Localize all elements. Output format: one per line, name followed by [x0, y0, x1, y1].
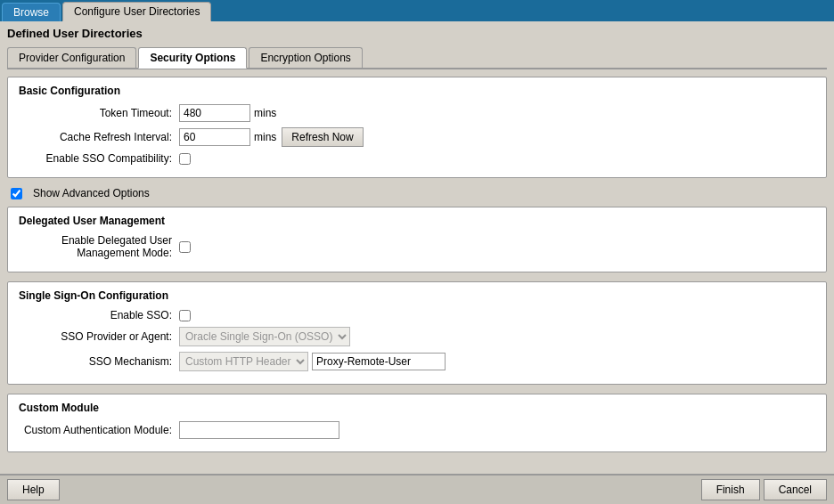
sso-mechanism-row: SSO Mechanism: Custom HTTP Header: [19, 352, 815, 371]
sso-mechanism-label: SSO Mechanism:: [19, 355, 179, 368]
token-timeout-row: Token Timeout: mins: [19, 104, 815, 122]
sso-provider-select[interactable]: Oracle Single Sign-On (OSSO): [179, 327, 350, 346]
custom-auth-module-label: Custom Authentication Module:: [19, 424, 179, 436]
sso-provider-label: SSO Provider or Agent:: [19, 330, 179, 343]
sso-config-title: Single Sign-On Configuration: [19, 289, 815, 302]
sso-compat-label: Enable SSO Compatibility:: [19, 152, 179, 165]
cache-refresh-unit: mins: [254, 131, 276, 143]
custom-module-title: Custom Module: [19, 402, 815, 414]
custom-auth-module-input[interactable]: [179, 421, 339, 439]
inner-tab-bar: Provider Configuration Security Options …: [7, 47, 827, 69]
token-timeout-label: Token Timeout:: [19, 107, 179, 119]
sso-mechanism-value-input[interactable]: [312, 353, 446, 370]
help-button[interactable]: Help: [7, 479, 60, 500]
delegated-title: Delegated User Management: [19, 215, 815, 227]
sso-mechanism-select[interactable]: Custom HTTP Header: [179, 352, 308, 371]
cache-refresh-label: Cache Refresh Interval:: [19, 131, 179, 143]
tab-browse[interactable]: Browse: [2, 3, 61, 21]
advanced-options-row: Show Advanced Options: [11, 187, 827, 199]
sso-compat-checkbox[interactable]: [179, 153, 191, 165]
show-advanced-checkbox[interactable]: [11, 188, 22, 199]
delegated-enable-checkbox[interactable]: [179, 241, 191, 253]
footer-left: Help: [7, 479, 701, 500]
delegated-enable-label: Enable Delegated User Management Mode:: [19, 234, 179, 259]
footer-right: Finish Cancel: [701, 479, 827, 500]
refresh-now-button[interactable]: Refresh Now: [282, 127, 363, 147]
tab-security-options[interactable]: Security Options: [138, 47, 247, 69]
token-timeout-unit: mins: [254, 107, 276, 119]
delegated-enable-row: Enable Delegated User Management Mode:: [19, 234, 815, 259]
enable-sso-row: Enable SSO:: [19, 309, 815, 321]
enable-sso-checkbox[interactable]: [179, 310, 191, 321]
cancel-button[interactable]: Cancel: [764, 479, 827, 500]
custom-module-section: Custom Module Custom Authentication Modu…: [7, 394, 827, 452]
tab-configure[interactable]: Configure User Directories: [62, 2, 211, 21]
cache-refresh-row: Cache Refresh Interval: mins Refresh Now: [19, 127, 815, 147]
footer: Help Finish Cancel: [0, 474, 834, 504]
basic-config-title: Basic Configuration: [19, 85, 815, 97]
finish-button[interactable]: Finish: [701, 479, 760, 500]
show-advanced-label: Show Advanced Options: [33, 187, 150, 199]
delegated-user-management-section: Delegated User Management Enable Delegat…: [7, 207, 827, 272]
basic-configuration-section: Basic Configuration Token Timeout: mins …: [7, 77, 827, 178]
cache-refresh-input[interactable]: [179, 128, 250, 146]
main-area: Defined User Directories Provider Config…: [0, 21, 834, 474]
sso-provider-row: SSO Provider or Agent: Oracle Single Sig…: [19, 327, 815, 346]
enable-sso-label: Enable SSO:: [19, 309, 179, 321]
token-timeout-input[interactable]: [179, 104, 250, 122]
tab-encryption-options[interactable]: Encryption Options: [249, 47, 362, 68]
custom-auth-module-row: Custom Authentication Module:: [19, 421, 815, 439]
sso-compat-row: Enable SSO Compatibility:: [19, 152, 815, 165]
tab-bar: Browse Configure User Directories: [0, 0, 834, 21]
tab-provider-configuration[interactable]: Provider Configuration: [7, 47, 136, 68]
sso-configuration-section: Single Sign-On Configuration Enable SSO:…: [7, 281, 827, 385]
page-title: Defined User Directories: [7, 27, 827, 40]
